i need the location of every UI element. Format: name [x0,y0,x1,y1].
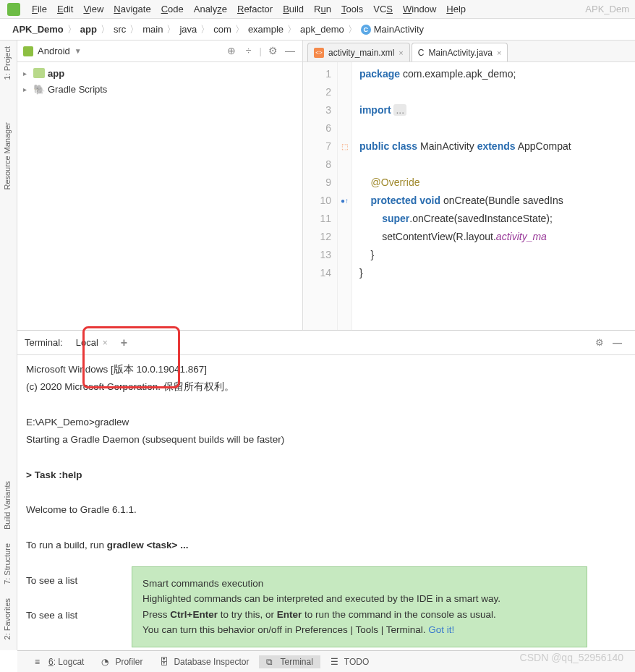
watermark: CSDN @qq_52956140 [520,652,623,663]
editor-tab-activity-main-xml[interactable]: <> activity_main.xml × [307,43,410,61]
hide-icon[interactable]: — [284,45,297,58]
menu-file[interactable]: File [27,2,51,16]
icon-gutter: ⬚●↑ [338,62,352,330]
project-name-dim: APK_Dem [585,4,635,14]
gear-icon[interactable]: ⚙ [266,45,279,58]
breadcrumb-java[interactable]: java [177,24,199,35]
breadcrumb-pkg[interactable]: apk_demo [298,24,346,35]
collapse-all-icon[interactable]: ÷ [242,45,255,58]
module-icon [33,68,45,78]
tool-tab-db-inspector[interactable]: 🗄Database Inspector [153,655,256,668]
menu-window[interactable]: Window [399,2,440,16]
select-opened-file-icon[interactable]: ⊕ [225,45,238,58]
project-tool-window: Android ▼ ⊕ ÷ | ⚙ — ▸ app ▸ 🐘 Gradle Scr… [17,41,303,330]
tooltip-title: Smart commands execution [142,576,576,592]
terminal-label: Terminal: [25,337,63,348]
main-menu-bar: File Edit View Navigate Code Analyze Ref… [0,0,635,19]
menu-view[interactable]: View [79,2,108,16]
tooltip-line2: Highlighted commands can be interpreted … [142,591,576,607]
expand-icon[interactable]: ▸ [23,69,30,77]
close-tab-icon[interactable]: × [399,48,403,57]
close-icon[interactable]: × [103,338,108,348]
menu-help[interactable]: Help [442,2,470,16]
menu-vcs[interactable]: VCS [369,2,397,16]
code-editor[interactable]: 12367891011121314 ⬚●↑ package com.exampl… [303,62,635,330]
tooltip-line3: Press Ctrl+Enter to try this, or Enter t… [142,607,576,623]
editor-area: <> activity_main.xml × C MainActivity.ja… [303,41,635,330]
android-studio-logo-icon [7,3,20,16]
line-number-gutter: 12367891011121314 [303,62,338,330]
breadcrumb-root[interactable]: APK_Demo [12,24,64,35]
breadcrumb-app[interactable]: app [80,24,97,35]
terminal-tool-window: Terminal: Local × + ⚙ — Microsoft Window… [17,330,635,650]
new-terminal-tab-icon[interactable]: + [115,333,133,352]
breadcrumb-com[interactable]: com [211,24,234,35]
tool-tab-structure[interactable]: 7: Structure [0,537,14,590]
smart-commands-tooltip: Smart commands execution Highlighted com… [132,566,587,647]
menu-tools[interactable]: Tools [337,2,367,16]
breadcrumb-file[interactable]: CMainActivity [359,24,426,35]
class-icon: C [418,48,425,58]
xml-file-icon: <> [314,48,324,58]
class-icon: C [361,25,371,35]
tool-tab-logcat[interactable]: ≡6: Logcat [27,655,91,668]
tool-tab-todo[interactable]: ☰TODO [323,655,376,668]
gradle-icon: 🐘 [33,84,45,94]
tool-tab-terminal[interactable]: ⧉Terminal [259,655,320,668]
got-it-link[interactable]: Got it! [428,624,454,635]
android-icon [23,46,33,56]
menu-build[interactable]: Build [278,2,308,16]
tool-tab-profiler[interactable]: ◔Profiler [94,655,150,668]
breadcrumb-src[interactable]: src [111,24,128,35]
close-tab-icon[interactable]: × [497,48,501,57]
menu-analyze[interactable]: Analyze [189,2,231,16]
tool-tab-resource-manager[interactable]: Resource Manager [0,116,14,196]
tree-node-app[interactable]: ▸ app [23,65,297,81]
left-tool-stripe: 1: Project Resource Manager Build Varian… [0,41,17,650]
breadcrumb-main[interactable]: main [140,24,165,35]
gear-icon[interactable]: ⚙ [592,334,607,351]
menu-refactor[interactable]: Refactor [233,2,277,16]
menu-edit[interactable]: Edit [53,2,77,16]
terminal-output[interactable]: Microsoft Windows [版本 10.0.19041.867] (c… [17,355,635,650]
menu-run[interactable]: Run [310,2,336,16]
tooltip-line4: You can turn this behavior on/off in Pre… [142,622,576,638]
tool-tab-favorites[interactable]: 2: Favorites [0,592,14,645]
navigation-bar: APK_Demo 〉 app 〉 src 〉 main 〉 java 〉 com… [0,19,635,41]
menu-code[interactable]: Code [157,2,188,16]
expand-icon[interactable]: ▸ [23,85,30,93]
project-view-mode[interactable]: Android [38,46,70,56]
hide-icon[interactable]: — [607,334,628,351]
chevron-down-icon[interactable]: ▼ [74,47,82,55]
menu-navigate[interactable]: Navigate [109,2,155,16]
tool-tab-build-variants[interactable]: Build Variants [0,475,14,535]
tree-node-gradle[interactable]: ▸ 🐘 Gradle Scripts [23,81,297,97]
editor-tab-mainactivity-java[interactable]: C MainActivity.java × [412,43,508,61]
tool-tab-project[interactable]: 1: Project [0,41,14,85]
terminal-tab-local[interactable]: Local × [69,334,115,351]
breadcrumb-example[interactable]: example [246,24,286,35]
